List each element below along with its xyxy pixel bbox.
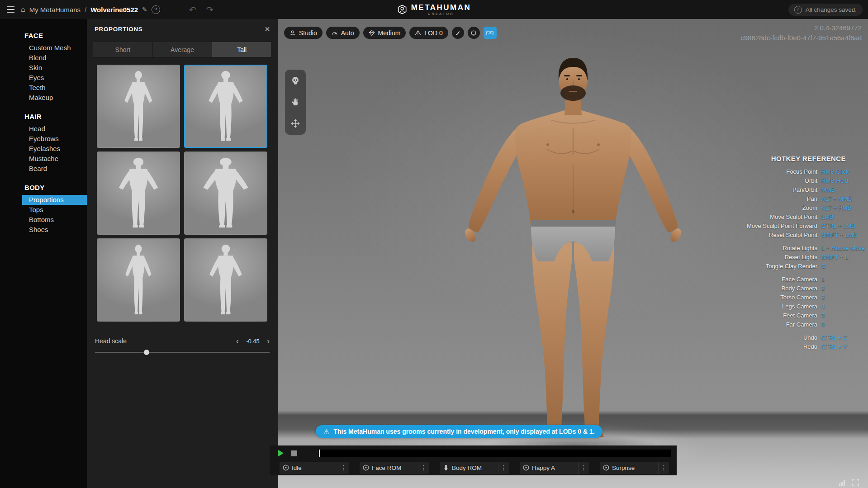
keyboard-icon bbox=[486, 30, 493, 36]
move-tool[interactable] bbox=[290, 118, 301, 129]
face-sculpt-tool[interactable] bbox=[290, 76, 301, 86]
kebab-menu-icon[interactable]: ⋮ bbox=[338, 462, 349, 474]
timeline-scrubber[interactable] bbox=[318, 450, 671, 457]
playhead[interactable] bbox=[319, 450, 320, 457]
sidebar-item-makeup[interactable]: Makeup bbox=[22, 93, 87, 103]
sidebar-item-mustache[interactable]: Mustache bbox=[22, 154, 87, 164]
grab-tool[interactable] bbox=[290, 97, 301, 108]
sidebar-item-tops[interactable]: Tops bbox=[22, 205, 87, 215]
home-icon[interactable]: ⌂ bbox=[21, 5, 25, 14]
body-type-thumbnail-4[interactable] bbox=[184, 152, 267, 235]
kebab-menu-icon[interactable]: ⋮ bbox=[498, 462, 509, 474]
clip-happy-a[interactable]: Happy A ⋮ bbox=[520, 462, 589, 474]
close-icon[interactable]: × bbox=[265, 24, 270, 33]
head-scale-value[interactable]: -0.45 bbox=[244, 338, 261, 345]
3d-viewport[interactable]: Studio Auto Medium bbox=[278, 19, 868, 488]
sidebar-item-beard[interactable]: Beard bbox=[22, 164, 87, 174]
hotkey-action: Rotate Lights bbox=[783, 245, 817, 251]
body-type-grid bbox=[97, 65, 278, 322]
sidebar-item-blend[interactable]: Blend bbox=[22, 53, 87, 63]
sculpt-tool-rail bbox=[285, 70, 306, 135]
hotkey-action: Orbit bbox=[805, 177, 817, 184]
main-layout: FACE Custom Mesh Blend Skin Eyes Teeth M… bbox=[0, 19, 868, 488]
proportions-panel: PROPORTIONS × Short Average Tall bbox=[87, 19, 278, 488]
metahuman-hex-icon bbox=[283, 464, 289, 471]
character-render[interactable] bbox=[451, 52, 695, 450]
category-sidebar: FACE Custom Mesh Blend Skin Eyes Teeth M… bbox=[0, 19, 87, 488]
tab-tall[interactable]: Tall bbox=[212, 42, 271, 57]
clay-render-button[interactable] bbox=[468, 27, 480, 39]
body-type-thumbnail-1[interactable] bbox=[97, 65, 180, 148]
undo-button[interactable]: ↶ bbox=[189, 5, 196, 14]
clip-face-rom[interactable]: Face ROM ⋮ bbox=[360, 462, 429, 474]
clip-body-rom[interactable]: Body ROM ⋮ bbox=[440, 462, 509, 474]
hotkey-key: 2 bbox=[821, 285, 861, 292]
head-scale-control: Head scale ‹ -0.45 › bbox=[95, 336, 270, 356]
slider-thumb[interactable] bbox=[144, 350, 149, 355]
sidebar-item-head[interactable]: Head bbox=[22, 124, 87, 134]
kebab-menu-icon[interactable]: ⋮ bbox=[578, 462, 589, 474]
body-type-thumbnail-2[interactable] bbox=[184, 65, 267, 148]
redo-button[interactable]: ↷ bbox=[206, 5, 213, 14]
sidebar-item-bottoms[interactable]: Bottoms bbox=[22, 215, 87, 225]
hotkey-action: Pan/Orbit bbox=[792, 186, 817, 193]
panel-title: PROPORTIONS bbox=[95, 26, 142, 33]
tab-short[interactable]: Short bbox=[93, 42, 153, 57]
hotkey-action: Focus Point bbox=[786, 168, 817, 175]
body-type-thumbnail-3[interactable] bbox=[97, 152, 180, 235]
sidebar-item-custom-mesh[interactable]: Custom Mesh bbox=[22, 43, 87, 53]
clip-label: Body ROM bbox=[452, 464, 498, 471]
quality-medium-button[interactable]: Medium bbox=[363, 27, 406, 39]
hotkey-action: Pan bbox=[807, 195, 817, 202]
viewport-toolbar: Studio Auto Medium bbox=[284, 27, 497, 39]
hotkey-action: Body Camera bbox=[782, 285, 817, 292]
hotkey-action: Feet Camera bbox=[783, 312, 817, 319]
logo-subtitle: CREATOR bbox=[428, 12, 454, 15]
head-scale-slider[interactable] bbox=[95, 349, 270, 356]
sidebar-item-teeth[interactable]: Teeth bbox=[22, 83, 87, 93]
hotkey-key: SHIFT + LMB bbox=[821, 232, 861, 238]
brush-icon bbox=[455, 30, 461, 36]
hotkey-title: HOTKEY REFERENCE bbox=[747, 155, 846, 162]
kebab-menu-icon[interactable]: ⋮ bbox=[418, 462, 429, 474]
sidebar-item-proportions[interactable]: Proportions bbox=[22, 195, 87, 205]
quality-auto-label: Auto bbox=[341, 29, 354, 37]
environment-button[interactable]: Studio bbox=[284, 27, 323, 39]
sidebar-item-eyes[interactable]: Eyes bbox=[22, 73, 87, 83]
help-icon[interactable]: ? bbox=[152, 5, 160, 14]
hotkey-key: RMB Hold bbox=[821, 177, 861, 184]
warning-icon: ⚠ bbox=[323, 428, 329, 435]
environment-label: Studio bbox=[299, 29, 317, 37]
tab-average[interactable]: Average bbox=[153, 42, 213, 57]
lod-button[interactable]: LOD 0 bbox=[409, 27, 448, 39]
clip-surprise[interactable]: Surprise ⋮ bbox=[600, 462, 669, 474]
clip-idle[interactable]: Idle ⋮ bbox=[280, 462, 349, 474]
play-button[interactable] bbox=[278, 450, 284, 457]
rename-icon[interactable]: ✎ bbox=[142, 6, 147, 13]
hotkey-action: Move Sculpt Point Forward bbox=[747, 223, 817, 229]
transport-controls bbox=[270, 445, 677, 461]
chevron-left-icon[interactable]: ‹ bbox=[236, 337, 239, 345]
stop-button[interactable] bbox=[291, 450, 297, 456]
top-bar: ⌂ My MetaHumans / Wolverine0522 ✎ ? ↶ ↷ … bbox=[0, 0, 868, 19]
hotkey-key: L + Mouse Move bbox=[821, 245, 861, 251]
body-type-thumbnail-5[interactable] bbox=[97, 238, 180, 322]
kebab-menu-icon[interactable]: ⋮ bbox=[658, 462, 669, 474]
hotkey-key: 1 bbox=[821, 276, 861, 283]
hotkey-reference-toggle[interactable] bbox=[484, 27, 497, 39]
chevron-right-icon[interactable]: › bbox=[267, 337, 270, 345]
sidebar-item-shoes[interactable]: Shoes bbox=[22, 225, 87, 235]
menu-icon[interactable] bbox=[0, 0, 21, 19]
save-status-text: All changes saved. bbox=[806, 6, 857, 13]
stats-icon[interactable] bbox=[839, 480, 845, 486]
sidebar-item-eyebrows[interactable]: Eyebrows bbox=[22, 134, 87, 144]
brush-button[interactable] bbox=[452, 27, 464, 39]
breadcrumb-root[interactable]: My MetaHumans bbox=[29, 6, 81, 14]
sidebar-item-eyelashes[interactable]: Eyelashes bbox=[22, 144, 87, 154]
metahuman-logo-icon bbox=[397, 5, 407, 14]
breadcrumb-current: Wolverine0522 bbox=[90, 6, 138, 14]
sidebar-item-skin[interactable]: Skin bbox=[22, 63, 87, 73]
body-type-thumbnail-6[interactable] bbox=[184, 238, 267, 322]
fullscreen-icon[interactable] bbox=[852, 479, 859, 486]
quality-auto-button[interactable]: Auto bbox=[326, 27, 360, 39]
